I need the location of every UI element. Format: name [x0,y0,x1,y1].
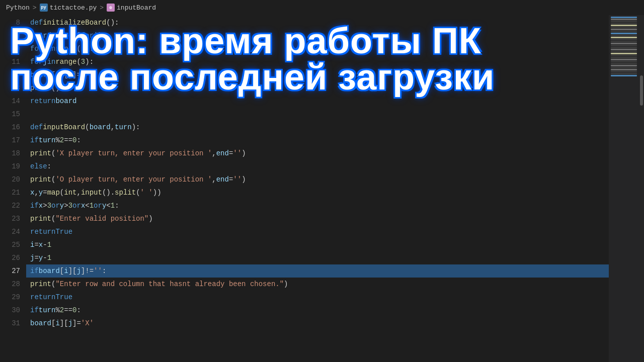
line-number: 25 [0,238,20,251]
code-line: i=x-1 [26,238,609,251]
minimap [609,15,639,362]
code-line: def inputBoard(board,turn): [26,121,609,134]
breadcrumb-sep2: > [100,4,104,12]
line-number: 28 [0,278,20,291]
minimap-line [611,49,637,50]
code-line: return True [26,225,609,238]
code-line: board = [[get] for i): [26,29,609,42]
line-number: 30 [0,304,20,317]
line-number: 27 [0,264,20,278]
code-line: return board [26,95,609,108]
line-number: 21 [0,186,20,199]
minimap-line [611,51,637,52]
minimap-line [611,27,637,28]
code-line: else: [26,160,609,173]
minimap-line [611,41,637,42]
line-number: 17 [0,134,20,147]
breadcrumb-sep1: > [33,4,37,12]
line-number: 13 [0,81,20,95]
line-number: 10 [0,42,20,55]
code-line: x,y = map(int, input().split(' ')) [26,186,609,199]
minimap-line [611,23,637,24]
minimap-line [611,73,637,74]
line-number: 20 [0,173,20,186]
minimap-line [611,59,637,60]
code-line: print() [26,81,609,95]
minimap-line [611,55,637,56]
line-number: 15 [0,108,20,121]
line-numbers: 8910111213141516171819202122232425262728… [0,15,26,362]
code-line: if board[i][j]!='': [26,264,609,278]
code-line: return True [26,291,609,304]
line-number: 9 [0,29,20,42]
minimap-line [611,39,637,40]
code-area: 8910111213141516171819202122232425262728… [0,15,644,362]
line-number: 18 [0,147,20,160]
line-number: 26 [0,251,20,264]
func-icon: ⊕ [107,4,115,12]
minimap-line [611,67,637,68]
breadcrumb-funcname: inputBoard [117,4,156,12]
code-line: j=y-1 [26,251,609,264]
code-line: board[i][j] = 'X' [26,317,609,330]
minimap-line [611,35,637,36]
minimap-line [611,53,637,54]
minimap-line [611,33,637,34]
minimap-line [611,63,637,64]
minimap-line [611,45,637,46]
breadcrumb-python: Python [6,4,30,12]
breadcrumb-func[interactable]: ⊕ inputBoard [107,4,156,12]
line-number: 14 [0,95,20,108]
code-line: print('X player turn, enter your positio… [26,147,609,160]
minimap-line [611,65,637,66]
code-line: if turn%2==0: [26,304,609,317]
code-line: print("Enter row and column that hasnt a… [26,278,609,291]
minimap-line [611,17,637,18]
minimap-line [611,25,637,26]
code-line: print("Enter valid position") [26,212,609,225]
minimap-line [611,43,637,44]
python-icon: py [40,4,48,12]
line-number: 29 [0,291,20,304]
minimap-line [611,21,637,22]
minimap-line [611,57,637,58]
code-line: board[i][j] = '' [26,68,609,81]
breadcrumb-filename: tictactoe.py [50,4,97,12]
line-number: 8 [0,16,20,29]
line-number: 11 [0,55,20,68]
code-lines[interactable]: def initializeBoard(): board = [[get] fo… [26,15,609,362]
code-line: def initializeBoard(): [26,16,609,29]
scrollbar-thumb[interactable] [640,75,643,106]
line-number: 23 [0,212,20,225]
minimap-line [611,19,637,20]
breadcrumb: Python > py tictactoe.py > ⊕ inputBoard [0,0,644,15]
minimap-line [611,75,637,76]
line-number: 22 [0,199,20,212]
minimap-line [611,71,637,72]
minimap-line [611,37,637,38]
minimap-line [611,47,637,48]
line-number: 16 [0,121,20,134]
minimap-line [611,31,637,32]
minimap-line [611,29,637,30]
minimap-content [609,15,639,78]
line-number: 19 [0,160,20,173]
minimap-line [611,69,637,70]
code-line: for i in range(3): [26,42,609,55]
line-number: 31 [0,317,20,330]
code-line: if x>3 or y>3 or x<1 or y<1: [26,199,609,212]
code-line [26,108,609,121]
code-line: for j in range(3): [26,55,609,68]
code-line: if turn%2==0: [26,134,609,147]
line-number: 24 [0,225,20,238]
code-line: print('O player turn, enter your positio… [26,173,609,186]
minimap-line [611,61,637,62]
breadcrumb-file[interactable]: py tictactoe.py [40,4,97,12]
scrollbar[interactable] [639,15,644,362]
editor-container: Python > py tictactoe.py > ⊕ inputBoard … [0,0,644,362]
line-number: 12 [0,68,20,81]
